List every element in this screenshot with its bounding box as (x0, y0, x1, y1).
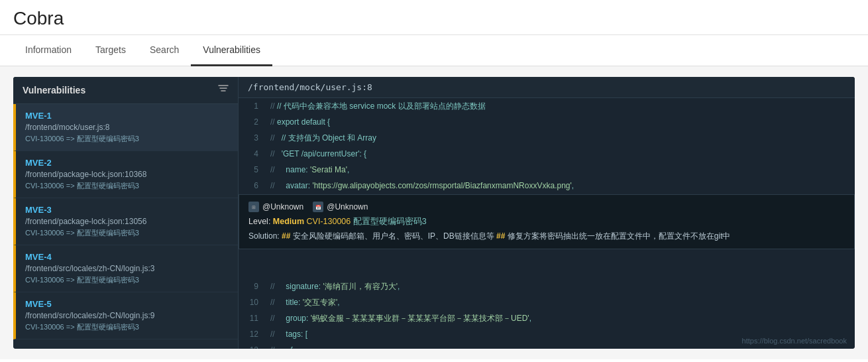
tooltip-date: 📅 @Unknown (313, 202, 368, 212)
vuln-item-name: MVE-2 (25, 158, 229, 168)
calendar-icon: 📅 (313, 202, 323, 212)
vuln-item-name: MVE-3 (25, 205, 229, 215)
vuln-item-cvi: CVI-130006 => 配置型硬编码密码3 (25, 275, 229, 285)
code-line-3: 3 // // 支持值为 Object 和 Array (239, 130, 855, 146)
sidebar-header: Vulnerabilities (13, 77, 238, 104)
filter-icon[interactable] (218, 84, 229, 97)
vulnerabilities-panel: Vulnerabilities MVE-1 /frontend/mock/use… (13, 77, 855, 349)
code-line-2: 2 // export default { (239, 114, 855, 130)
code-line-10: 10 // title: '交互专家', (239, 294, 855, 310)
vuln-item-path: /frontend/package-lock.json:13056 (25, 217, 229, 226)
main-content: Vulnerabilities MVE-1 /frontend/mock/use… (0, 66, 868, 359)
vuln-item-cvi: CVI-130006 => 配置型硬编码密码3 (25, 228, 229, 238)
user-icon: ⊞ (248, 202, 259, 212)
code-panel-header: /frontend/mock/user.js:8 (239, 77, 855, 98)
tab-information[interactable]: Information (13, 35, 83, 66)
vuln-item-mve4[interactable]: MVE-4 /frontend/src/locales/zh-CN/login.… (13, 245, 238, 292)
code-content[interactable]: 1 // // 代码中会兼容本地 service mock 以及部署站点的静态数… (239, 98, 855, 349)
vuln-item-name: MVE-4 (25, 252, 229, 262)
code-line-4: 4 // 'GET /api/currentUser': { (239, 146, 855, 162)
vuln-item-cvi: CVI-130006 => 配置型硬编码密码3 (25, 134, 229, 144)
vuln-list: MVE-1 /frontend/mock/user.js:8 CVI-13000… (13, 104, 238, 349)
tooltip-solution: Solution: ## 安全风险硬编码邮箱、用户名、密码、IP、DB链接信息等… (248, 230, 845, 242)
sidebar-title: Vulnerabilities (23, 85, 85, 95)
code-line-1: 1 // // 代码中会兼容本地 service mock 以及部署站点的静态数… (239, 98, 855, 114)
vuln-item-mve3[interactable]: MVE-3 /frontend/package-lock.json:13056 … (13, 198, 238, 245)
code-panel: /frontend/mock/user.js:8 1 // // 代码中会兼容本… (239, 77, 855, 349)
vuln-item-name: MVE-1 (25, 111, 229, 121)
tab-targets[interactable]: Targets (83, 35, 138, 66)
code-line-11: 11 // group: '蚂蚁金服－某某某事业群－某某某平台部－某某技术部－U… (239, 310, 855, 326)
vuln-item-cvi: CVI-130006 => 配置型硬编码密码3 (25, 181, 229, 191)
vuln-item-path: /frontend/src/locales/zh-CN/login.js:3 (25, 264, 229, 273)
vuln-item-mve5[interactable]: MVE-5 /frontend/src/locales/zh-CN/login.… (13, 292, 238, 339)
vuln-sidebar: Vulnerabilities MVE-1 /frontend/mock/use… (13, 77, 239, 349)
tooltip-header: ⊞ @Unknown 📅 @Unknown (248, 202, 845, 212)
app-header: Cobra (0, 0, 868, 35)
vuln-item-mve1[interactable]: MVE-1 /frontend/mock/user.js:8 CVI-13000… (13, 104, 238, 151)
tooltip-user-name: @Unknown (262, 202, 303, 211)
tab-vulnerabilities[interactable]: Vulnerabilities (191, 35, 272, 66)
vuln-item-path: /frontend/src/locales/zh-CN/login.js:9 (25, 311, 229, 320)
svg-text:📅: 📅 (315, 204, 321, 210)
vuln-item-name: MVE-5 (25, 299, 229, 309)
vuln-item-path: /frontend/mock/user.js:8 (25, 123, 229, 132)
tab-search[interactable]: Search (138, 35, 191, 66)
vuln-item-mve2[interactable]: MVE-2 /frontend/package-lock.json:10368 … (13, 151, 238, 198)
vuln-tooltip: ⊞ @Unknown 📅 @Unknown Level: Medium C (239, 194, 855, 249)
vuln-item-cvi: CVI-130006 => 配置型硬编码密码3 (25, 322, 229, 332)
watermark: https://blog.csdn.net/sacredbook (742, 337, 847, 345)
code-line-5: 5 // name: 'Serati Ma', (239, 162, 855, 178)
code-line-9: 9 // signature: '海纳百川，有容乃大', (239, 278, 855, 294)
app-title: Cobra (13, 8, 855, 29)
vuln-item-path: /frontend/package-lock.json:10368 (25, 170, 229, 179)
tabs-bar: Information Targets Search Vulnerabiliti… (0, 35, 868, 66)
svg-text:⊞: ⊞ (252, 205, 256, 210)
tooltip-user: ⊞ @Unknown (248, 202, 303, 212)
tooltip-level: Level: Medium CVI-130006 配置型硬编码密码3 (248, 216, 845, 227)
code-line-6: 6 // avatar: 'https://gw.alipayobjects.c… (239, 178, 855, 194)
tooltip-date-value: @Unknown (327, 202, 368, 211)
